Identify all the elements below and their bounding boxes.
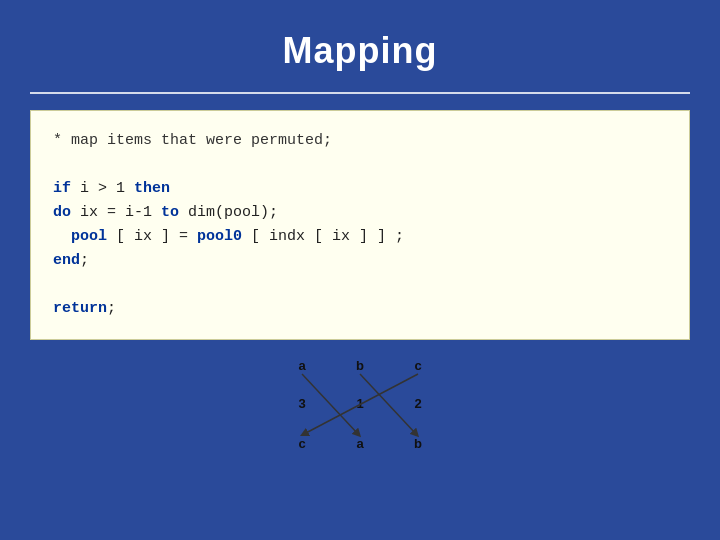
idx-label-2: 2 [414, 396, 421, 411]
code-line1: if i > 1 then [53, 177, 667, 201]
code-line3: pool [ ix ] = pool0 [ indx [ ix ] ] ; [53, 225, 667, 249]
code-blank1 [53, 153, 667, 177]
bottom-label-c: c [298, 436, 305, 451]
diagram-area: a b c 3 1 2 c a b [30, 356, 690, 456]
idx-label-3: 3 [298, 396, 305, 411]
slide-title: Mapping [283, 30, 438, 72]
code-line4: end; [53, 249, 667, 273]
code-block: * map items that were permuted; if i > 1… [30, 110, 690, 340]
code-blank2 [53, 273, 667, 297]
arrow-c [304, 374, 418, 434]
bottom-label-a: a [356, 436, 364, 451]
arrow-b [360, 374, 416, 434]
arrow-a [302, 374, 358, 434]
code-line2: do ix = i-1 to dim(pool); [53, 201, 667, 225]
code-line5: return; [53, 297, 667, 321]
top-label-c: c [414, 358, 421, 373]
bottom-label-b: b [414, 436, 422, 451]
top-label-a: a [298, 358, 306, 373]
mapping-diagram: a b c 3 1 2 c a b [280, 356, 440, 456]
code-comment-line: * map items that were permuted; [53, 129, 667, 153]
top-label-b: b [356, 358, 364, 373]
divider [30, 92, 690, 94]
